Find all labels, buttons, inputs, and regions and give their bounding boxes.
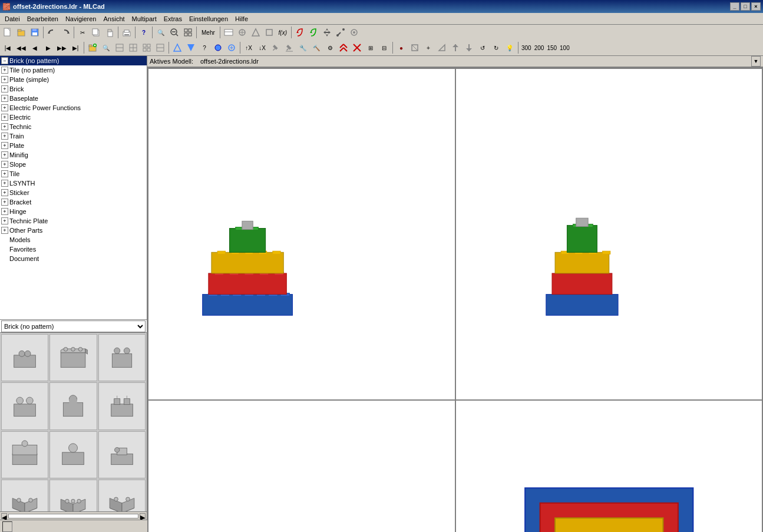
tree-item-slope[interactable]: + Slope: [0, 160, 147, 169]
tree-item-plate-simple[interactable]: + Plate (simple): [0, 75, 147, 84]
tree-item-electric-pf[interactable]: + Electric Power Functions: [0, 103, 147, 113]
scroll-left-btn[interactable]: ◀: [1, 513, 7, 519]
active-model-scroll-btn[interactable]: ▼: [751, 56, 761, 67]
extra-btn5[interactable]: [449, 41, 462, 54]
menu-bearbeiten[interactable]: Bearbeiten: [24, 14, 62, 24]
edit-btn6[interactable]: [337, 41, 350, 54]
view-btn5[interactable]: [225, 41, 238, 54]
view-btn2[interactable]: [184, 41, 197, 54]
part-cell-7[interactable]: [1, 431, 48, 478]
viewport-topdown[interactable]: [456, 401, 762, 532]
tree-expand-epf[interactable]: +: [1, 104, 8, 111]
tree-item-brick[interactable]: + Brick: [0, 84, 147, 94]
scroll-track[interactable]: [8, 514, 138, 518]
extra-btn3[interactable]: +: [422, 41, 435, 54]
part-cell-4[interactable]: [1, 382, 48, 429]
tree-item-train[interactable]: + Train: [0, 131, 147, 141]
tree-expand-minifig[interactable]: +: [1, 151, 8, 158]
nav-last[interactable]: ▶|: [69, 41, 82, 54]
tree-item-minifig[interactable]: + Minifig: [0, 150, 147, 160]
nav-add[interactable]: [86, 41, 99, 54]
cut-button[interactable]: ✂: [76, 26, 89, 39]
view-btn1[interactable]: [171, 41, 184, 54]
tree-item-other-parts[interactable]: + Other Parts: [0, 226, 147, 235]
nav-next2[interactable]: ▶: [42, 41, 55, 54]
tree-expand-technic[interactable]: +: [1, 123, 8, 130]
edit-btn9[interactable]: ⊟: [378, 41, 391, 54]
viewport-top[interactable]: [148, 401, 455, 532]
part-cell-3[interactable]: [98, 334, 146, 381]
menu-navigieren[interactable]: Navigieren: [62, 14, 100, 24]
tree-expand-lsynth[interactable]: +: [1, 180, 8, 187]
grid-button[interactable]: [181, 26, 194, 39]
tree-item-models[interactable]: Models: [0, 235, 147, 244]
tree-expand-brick[interactable]: −: [1, 57, 8, 64]
tree-expand-tile2[interactable]: +: [1, 170, 8, 177]
mehr-button[interactable]: Mehr: [199, 26, 218, 39]
copy-button[interactable]: [90, 26, 103, 39]
viewport-front[interactable]: [148, 69, 455, 399]
menu-multipart[interactable]: Multipart: [128, 14, 160, 24]
extra-btn8[interactable]: ↻: [490, 41, 503, 54]
nav-prev2[interactable]: ◀: [28, 41, 41, 54]
edit-btn5[interactable]: ⚙: [323, 41, 336, 54]
parts-category-select[interactable]: Brick (no pattern): [1, 320, 146, 332]
zoom-in-button[interactable]: 🔍: [154, 26, 167, 39]
tree-expand-other[interactable]: +: [1, 227, 8, 234]
paste-button[interactable]: [103, 26, 116, 39]
nav-multi1[interactable]: [127, 41, 140, 54]
tree-item-hinge[interactable]: + Hinge: [0, 207, 147, 216]
tree-item-bracket[interactable]: + Bracket: [0, 197, 147, 207]
new-button[interactable]: [1, 26, 14, 39]
view-btn4[interactable]: [212, 41, 224, 54]
snap-btn[interactable]: [348, 26, 361, 39]
nav-prev[interactable]: ◀◀: [15, 41, 28, 54]
help-button[interactable]: ?: [137, 26, 150, 39]
tb-btn-a3[interactable]: [249, 26, 262, 39]
part-cell-8[interactable]: [49, 431, 97, 478]
tree-expand-plate2[interactable]: +: [1, 142, 8, 149]
scroll-right-btn[interactable]: ▶: [140, 513, 146, 519]
extra-btn6[interactable]: [463, 41, 475, 54]
move-btn[interactable]: [321, 26, 333, 39]
open-button[interactable]: [15, 26, 28, 39]
menu-hilfe[interactable]: Hilfe: [232, 14, 252, 24]
tree-item-technic-plate[interactable]: + Technic Plate: [0, 216, 147, 226]
part-cell-10[interactable]: [1, 480, 48, 511]
extra-btn9[interactable]: 💡: [503, 41, 516, 54]
menu-extras[interactable]: Extras: [160, 14, 186, 24]
zoom-out-button[interactable]: [168, 26, 181, 39]
tree-expand-plate[interactable]: +: [1, 76, 8, 83]
edit-btn8[interactable]: ⊞: [364, 41, 377, 54]
save-button[interactable]: [28, 26, 41, 39]
tree-expand-sticker[interactable]: +: [1, 189, 8, 196]
tree-expand-bracket[interactable]: +: [1, 199, 8, 206]
part-cell-2[interactable]: [49, 334, 97, 381]
extra-btn7[interactable]: ↺: [476, 41, 489, 54]
part-cell-5[interactable]: [49, 382, 97, 429]
nav-next[interactable]: ▶▶: [55, 41, 68, 54]
menu-ansicht[interactable]: Ansicht: [100, 14, 128, 24]
part-cell-6[interactable]: [98, 382, 146, 429]
tree-item-favorites[interactable]: Favorites: [0, 244, 147, 254]
tree-expand-slope[interactable]: +: [1, 161, 8, 168]
tree-item-sticker[interactable]: + Sticker: [0, 188, 147, 197]
tree-expand-baseplate[interactable]: +: [1, 95, 8, 102]
tree-item-tile-pattern[interactable]: + Tile (no pattern): [0, 65, 147, 75]
part-cell-11[interactable]: [49, 480, 97, 511]
nav-multi3[interactable]: [154, 41, 167, 54]
tb-btn-a2[interactable]: [236, 26, 249, 39]
minimize-button[interactable]: _: [730, 2, 739, 11]
tree-item-baseplate[interactable]: + Baseplate: [0, 94, 147, 103]
view-btn3[interactable]: ?: [198, 41, 211, 54]
edit-btn4[interactable]: 🔨: [310, 41, 323, 54]
redo-button[interactable]: [59, 26, 72, 39]
rot-x-neg[interactable]: ↓X: [256, 41, 269, 54]
close-button[interactable]: ×: [751, 2, 761, 11]
tree-item-technic[interactable]: + Technic: [0, 122, 147, 131]
tree-item-brick-pattern[interactable]: − Brick (no pattern): [0, 56, 147, 65]
tree-expand-technic-plate[interactable]: +: [1, 217, 8, 224]
tree-item-document[interactable]: Document: [0, 254, 147, 263]
edit-btn1[interactable]: [269, 41, 282, 54]
tb-btn-a5[interactable]: f(x): [276, 26, 289, 39]
